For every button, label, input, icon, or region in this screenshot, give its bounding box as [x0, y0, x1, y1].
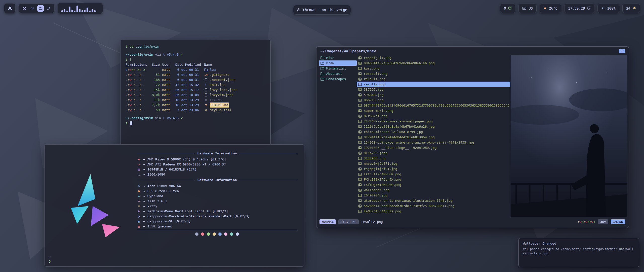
terminal-icon: ⌨ — [137, 204, 141, 208]
file-row[interactable]: resssult.png — [357, 71, 510, 76]
system-info: Hardware Information ◈→AMD Ryzen 9 5900X… — [129, 150, 297, 261]
sidebar-dir-minimalist[interactable]: Minimalist — [319, 66, 357, 71]
bell-icon — [633, 6, 636, 11]
file-row[interactable]: 5a266e448add93deab367d87173e9f25-6837886… — [357, 203, 510, 209]
shell-prompt[interactable]: ~ ❯ — [49, 255, 53, 263]
image-file-icon — [358, 167, 362, 171]
file-row[interactable]: FXfcHgcWIAMzs0G.png — [357, 182, 510, 187]
visualizer-bar — [71, 10, 73, 12]
notification-popup[interactable]: Wallpaper Changed Wallpaper changed to /… — [518, 238, 639, 267]
software-section-title: Software Information — [137, 177, 297, 182]
workspace-folder-icon[interactable] — [37, 5, 44, 12]
command-arg: .config/nvim — [135, 44, 159, 49]
clock-module[interactable]: 17:50:29 — [564, 4, 594, 13]
file-row[interactable]: 08a634fa02a32364f69ebc86a98eb1eb.png — [357, 60, 510, 66]
file-row[interactable]: wallpaper.png — [357, 187, 510, 193]
arrow-icon: → — [143, 194, 145, 198]
image-file-icon — [358, 109, 362, 112]
file-row[interactable]: re1sult.png — [357, 76, 510, 82]
cpu-line: ◈→AMD Ryzen 9 5900X (24) @ 4.9GHz [61.3°… — [137, 157, 297, 162]
file-row[interactable]: 8FKa7Cu.jpeg — [357, 150, 510, 156]
command: l — [130, 57, 132, 62]
file-row[interactable]: nnvuv0xj2df71.jpg — [357, 161, 510, 166]
file-row[interactable]: 3122955.png — [357, 156, 510, 161]
image-file-icon — [358, 88, 362, 91]
check-icon: ✔ — [181, 52, 183, 57]
notifications-count: 24 — [626, 6, 630, 10]
listing-header: PermissionsSizeUserDate ModifiedName — [126, 62, 265, 67]
file-row[interactable]: atardecer-en-la-montanas-ilustracion-634… — [357, 198, 510, 203]
file-row[interactable]: kurz.png — [357, 66, 510, 71]
file-row[interactable]: 0c794faf07de24a4db4d4fb1eb813964.jpg — [357, 134, 510, 140]
terminal-line: ⌨→kitty — [137, 203, 297, 209]
workspace-circle-icon[interactable] — [21, 5, 28, 12]
workspace-chevron-icon[interactable] — [29, 5, 36, 12]
hardware-section-title: Hardware Information — [137, 151, 297, 156]
topbar-right-modules: 0 US 26°C 17:50:29 10 — [500, 4, 640, 13]
folder-icon — [320, 67, 324, 70]
updates-count: 0 — [504, 6, 506, 10]
temperature-module[interactable]: 26°C — [540, 4, 561, 13]
input-line[interactable]: ❯ — [126, 121, 265, 126]
moon-icon: ☾ — [163, 52, 165, 57]
packages-icon: ▥ — [137, 224, 141, 228]
arch-logo-icon — [7, 5, 13, 12]
gpu-line: ◇→AMD ATI Radeon RX 6800/6800 XT / 6900 … — [137, 162, 297, 167]
file-row[interactable]: 866715.png — [357, 97, 510, 103]
moon-icon: ☾ — [163, 116, 165, 121]
file-row[interactable]: 87r687df.png — [357, 113, 510, 119]
visualizer-bar — [92, 9, 93, 12]
file-row[interactable]: 217167-sad-anime-rain-wallpaper.png — [357, 119, 510, 124]
file-row[interactable]: 587597.jpg — [357, 87, 510, 92]
tab-indicator[interactable]: 1 — [619, 49, 625, 53]
music-player-module[interactable]: thrown - on the verge — [293, 5, 351, 15]
image-file-icon — [358, 173, 362, 176]
file-row[interactable]: 596848.jpg — [357, 92, 510, 97]
file-row[interactable]: 3126f7e9bbf21a8a4af0b67b041c6e26.jpg — [357, 124, 510, 129]
system-info-window[interactable]: Hardware Information ◈→AMD Ryzen 9 5900X… — [45, 144, 304, 267]
volume-module[interactable]: 100% — [597, 4, 619, 13]
arrow-icon: → — [143, 204, 145, 208]
icons-line: ▣→Catppuccin-SE [GTK2/3] — [137, 219, 297, 224]
cpu-icon: ◈ — [137, 157, 141, 161]
updates-module[interactable]: 0 — [500, 4, 515, 13]
file-row[interactable]: super-mario.png — [357, 108, 510, 113]
file-row[interactable]: chica-mirando-la-luna-8799.jpg — [357, 129, 510, 134]
palette-dot — [207, 232, 210, 236]
sidebar-dir-misc[interactable]: Misc — [319, 55, 357, 60]
speaker-icon — [601, 6, 605, 11]
file-row[interactable]: 20492984.jpg — [357, 193, 510, 198]
file-row[interactable]: result2.png — [357, 82, 510, 87]
volume-value: 100% — [607, 6, 616, 10]
file-row[interactable]: rsjqojlmjhf91.jpg — [357, 166, 510, 172]
image-file-icon — [358, 162, 362, 165]
file-row[interactable]: 19201080-__blue-tinge__-1920×1080.jpg — [357, 145, 510, 150]
terminal-window[interactable]: ❯cd .config/nvim ~/.config/nvim via ☾ v5… — [120, 40, 271, 145]
workspace-pen-icon[interactable] — [45, 5, 52, 12]
file-row[interactable]: FXfcII0X0AQyn9X.png — [357, 177, 510, 182]
file-row[interactable]: FXfcJlTXgAMvH6R.png — [357, 172, 510, 177]
memory-line: ▤→10948MiB / 64183MiB (17%) — [137, 167, 297, 172]
image-file-icon — [358, 115, 362, 118]
file-row[interactable]: 68747470733a2f2f696d616765732d7769786d70… — [357, 103, 510, 108]
file-row[interactable]: EeNKYgIUcAAJ5JX.png — [357, 209, 510, 214]
kernel-icon: ● — [137, 189, 141, 193]
sidebar-dir-landscapes[interactable]: Landscapes — [319, 76, 357, 82]
image-file-icon — [358, 136, 362, 139]
file-manager-window[interactable]: ~/Imagenes/Wallpapers/Draw 1 MiscDrawMin… — [316, 46, 629, 228]
keyboard-layout-module[interactable]: US — [518, 4, 537, 13]
mode-badge: NORMAL — [319, 219, 336, 224]
notifications-module[interactable]: 24 — [622, 4, 640, 13]
sidebar-dir-abstract[interactable]: Abstract — [319, 71, 357, 76]
file-listing: PermissionsSizeUserDate ModifiedNamedrwx… — [126, 62, 265, 113]
app-launcher-button[interactable] — [4, 3, 16, 13]
file-row[interactable]: ressdfgult.png — [357, 55, 510, 60]
image-file-icon — [358, 178, 362, 181]
command: cd — [130, 44, 134, 49]
packages-line: ▥→1558 (pacman) — [137, 224, 297, 229]
sidebar-dir-draw[interactable]: Draw — [319, 60, 357, 66]
top-bar: thrown - on the verge 0 US 26°C 17:50:29 — [0, 3, 644, 14]
palette-dot — [213, 232, 216, 236]
workspaces — [19, 4, 55, 13]
file-row[interactable]: 154928-odinokoe_anime-art-anime-okno-sin… — [357, 140, 510, 145]
